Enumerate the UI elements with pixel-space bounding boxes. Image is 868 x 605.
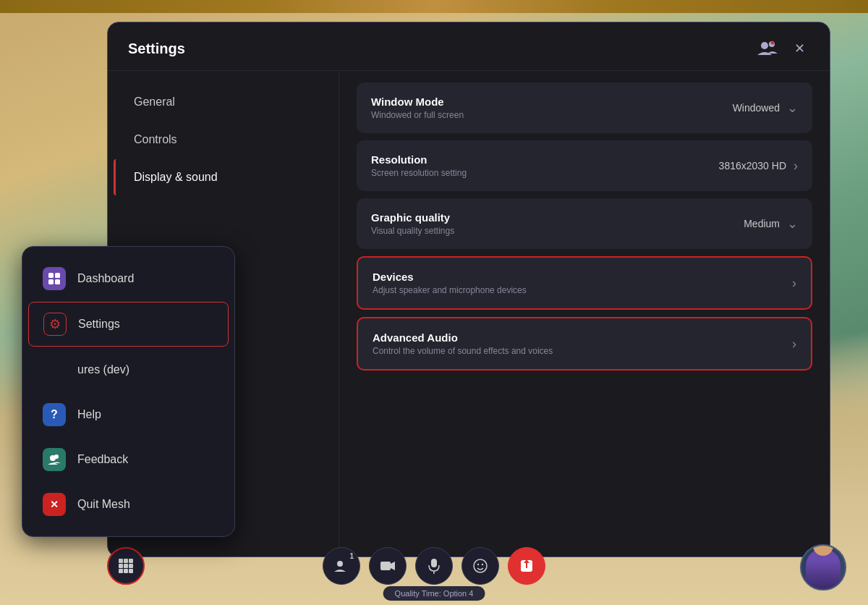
- svg-rect-12: [119, 564, 123, 568]
- dashboard-icon: [43, 267, 66, 290]
- advanced-audio-row[interactable]: Advanced Audio Control the volume of sou…: [357, 317, 812, 371]
- svg-rect-10: [124, 559, 128, 563]
- chevron-down-icon: ⌄: [787, 100, 798, 116]
- taskbar-share-button[interactable]: [508, 547, 545, 585]
- quit-icon: ✕: [43, 493, 66, 516]
- svg-point-23: [474, 559, 487, 572]
- svg-point-24: [477, 564, 479, 565]
- graphic-quality-title: Graphic quality: [371, 211, 744, 224]
- feedback-icon: [43, 448, 66, 471]
- advanced-audio-title: Advanced Audio: [373, 331, 792, 344]
- graphic-quality-row[interactable]: Graphic quality Visual quality settings …: [357, 198, 812, 249]
- svg-point-0: [761, 42, 768, 49]
- sidebar-item-display-sound[interactable]: Display & sound: [114, 159, 333, 195]
- chevron-right-icon: ›: [793, 158, 798, 174]
- svg-rect-3: [48, 273, 54, 278]
- resolution-title: Resolution: [371, 153, 719, 166]
- taskbar-mic-button[interactable]: [415, 547, 453, 585]
- resolution-row[interactable]: Resolution Screen resolution setting 381…: [357, 140, 812, 191]
- avatar[interactable]: [800, 544, 846, 591]
- close-button[interactable]: ✕: [789, 38, 809, 59]
- svg-rect-4: [55, 273, 60, 278]
- quit-label: Quit Mesh: [77, 498, 130, 511]
- settings-title: Settings: [128, 41, 185, 57]
- svg-point-25: [482, 564, 483, 565]
- features-icon: [43, 358, 66, 381]
- svg-rect-6: [55, 279, 60, 284]
- svg-point-8: [54, 454, 59, 459]
- help-icon: ?: [43, 403, 66, 426]
- menu-item-help[interactable]: ? Help: [28, 393, 229, 436]
- svg-rect-13: [124, 564, 128, 568]
- advanced-audio-subtitle: Control the volume of sound effects and …: [373, 346, 792, 356]
- window-mode-subtitle: Windowed or full screen: [371, 110, 733, 120]
- svg-rect-17: [129, 569, 133, 573]
- svg-rect-21: [431, 559, 437, 567]
- grid-button[interactable]: [107, 547, 145, 585]
- help-label: Help: [77, 408, 101, 421]
- sidebar-item-general[interactable]: General: [114, 84, 333, 120]
- devices-subtitle: Adjust speaker and microphone devices: [373, 285, 792, 295]
- svg-point-18: [337, 561, 343, 567]
- window-mode-row[interactable]: Window Mode Windowed or full screen Wind…: [357, 82, 812, 133]
- resolution-subtitle: Screen resolution setting: [371, 168, 719, 178]
- taskbar: 1: [323, 547, 545, 585]
- svg-rect-5: [48, 279, 54, 284]
- settings-label: Settings: [78, 318, 120, 331]
- svg-rect-19: [380, 562, 391, 570]
- svg-point-2: [771, 41, 775, 45]
- features-label: ures (dev): [77, 363, 129, 376]
- settings-content: Window Mode Windowed or full screen Wind…: [339, 71, 830, 556]
- menu-item-settings[interactable]: ⚙ Settings: [28, 302, 229, 347]
- resolution-value: 3816x2030 HD: [719, 160, 786, 172]
- settings-header-icons: ✕: [757, 38, 809, 59]
- chevron-right-icon-3: ›: [792, 337, 796, 352]
- graphic-quality-value: Medium: [744, 218, 780, 229]
- menu-item-dashboard[interactable]: Dashboard: [28, 257, 229, 300]
- taskbar-people-button[interactable]: 1: [323, 547, 360, 585]
- ceiling: [0, 0, 868, 13]
- menu-item-feedback[interactable]: Feedback: [28, 438, 229, 481]
- avatar-figure: [806, 549, 841, 589]
- devices-title: Devices: [373, 271, 792, 283]
- context-menu: Dashboard ⚙ Settings ures (dev) ? Help F…: [22, 246, 235, 537]
- svg-rect-11: [129, 559, 133, 563]
- svg-rect-16: [124, 569, 128, 573]
- feedback-label: Feedback: [77, 453, 128, 466]
- graphic-quality-subtitle: Visual quality settings: [371, 226, 744, 236]
- window-mode-value: Windowed: [733, 102, 780, 114]
- devices-row[interactable]: Devices Adjust speaker and microphone de…: [357, 256, 812, 310]
- svg-marker-20: [391, 562, 395, 570]
- settings-header: Settings ✕: [108, 22, 830, 71]
- people-count: 1: [349, 552, 354, 560]
- chevron-down-icon-2: ⌄: [787, 216, 798, 232]
- menu-item-quit[interactable]: ✕ Quit Mesh: [28, 483, 229, 526]
- sidebar-item-controls[interactable]: Controls: [114, 122, 333, 158]
- settings-icon: ⚙: [43, 313, 67, 336]
- window-mode-title: Window Mode: [371, 96, 733, 108]
- menu-item-features[interactable]: ures (dev): [28, 348, 229, 392]
- people-icon[interactable]: [757, 38, 778, 59]
- status-bar: Quality Time: Option 4: [383, 586, 485, 601]
- dashboard-label: Dashboard: [77, 272, 134, 285]
- status-text: Quality Time: Option 4: [395, 589, 474, 598]
- svg-rect-14: [129, 564, 133, 568]
- avatar-head: [813, 544, 833, 556]
- chevron-right-icon-2: ›: [792, 276, 796, 291]
- taskbar-camera-button[interactable]: [369, 547, 407, 585]
- taskbar-emoji-button[interactable]: [461, 547, 499, 585]
- svg-rect-15: [119, 569, 123, 573]
- svg-rect-9: [119, 559, 123, 563]
